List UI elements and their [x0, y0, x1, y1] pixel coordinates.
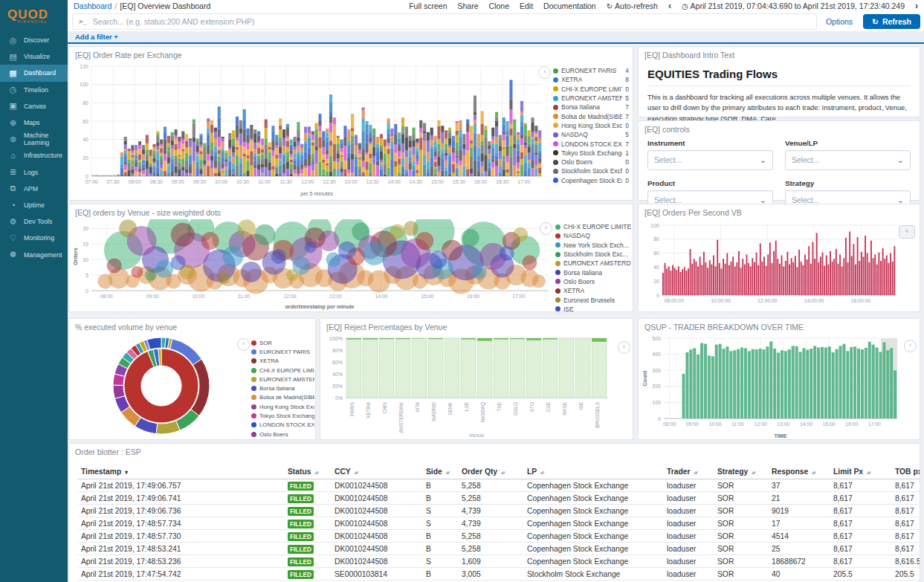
table-row[interactable]: April 21st 2019, 17:47:54.742FILLEDSE000…: [78, 568, 920, 581]
sort-icon: ▴▾: [867, 470, 870, 475]
sidebar-item-monitoring[interactable]: ♡Monitoring: [0, 230, 68, 246]
legend-item-nasdaq[interactable]: NASDAQ5: [553, 130, 630, 139]
date-back-chevron[interactable]: ‹: [668, 1, 671, 11]
legend-item-euronext-amsterd[interactable]: EURONEXT AMSTERD...: [251, 375, 314, 384]
legend-toggle-icon[interactable]: ‹: [904, 340, 917, 352]
legend-item-borsa-italiana[interactable]: Borsa Italiana7: [553, 103, 630, 111]
add-filter-link[interactable]: Add a filter +: [75, 33, 118, 41]
column-header-strategy[interactable]: Strategy ▴▾: [714, 465, 769, 479]
legend-toggle-icon[interactable]: ›: [538, 66, 551, 79]
legend-toggle-icon[interactable]: ›: [237, 338, 250, 351]
menu-item-clone[interactable]: Clone: [489, 1, 509, 10]
sidebar-item-infrastructure[interactable]: ⌂Infrastructure: [0, 147, 68, 164]
legend-item-chi-x-europe-limited[interactable]: CHI-X EUROPE LIMITED: [555, 222, 631, 231]
legend-item-oslo-boers[interactable]: Oslo Boers0: [553, 158, 630, 166]
legend-item-chi-x-europe-limited[interactable]: CHI-X EUROPE LIMITED0: [553, 85, 630, 94]
venue-lp-select[interactable]: Select...⌄: [785, 150, 911, 170]
menu-item-documentation[interactable]: Documentation: [543, 1, 596, 10]
column-header-ccy[interactable]: CCY ▴▾: [332, 465, 423, 479]
legend-item-oslo-boers[interactable]: Oslo Boers: [251, 430, 314, 439]
column-header-trader[interactable]: Trader ▴▾: [664, 465, 714, 479]
legend-item-xetra[interactable]: XETRA8: [553, 75, 630, 84]
legend-item-oslo-boers[interactable]: Oslo Boers: [555, 277, 631, 286]
table-row[interactable]: April 21st 2019, 17:49:06.741FILLEDDK001…: [78, 492, 920, 505]
column-header-side[interactable]: Side ▴▾: [423, 465, 459, 479]
legend-item-euronext-brussels[interactable]: Euronext Brussels: [555, 295, 631, 304]
table-row[interactable]: April 21st 2019, 17:49:06.736FILLEDDK001…: [78, 505, 920, 517]
legend-item-euronext-paris[interactable]: EURONEXT PARIS: [251, 347, 314, 356]
sidebar-item-apm[interactable]: ⧉APM: [0, 181, 68, 197]
legend-toggle-icon[interactable]: ‹: [618, 341, 630, 354]
options-link[interactable]: Options: [826, 17, 853, 26]
legend-dot-icon: [251, 349, 256, 355]
sidebar-item-visualize[interactable]: ▤Visualize: [0, 48, 68, 65]
sidebar-item-maps[interactable]: ⊕Maps: [0, 114, 68, 131]
menu-item-full-screen[interactable]: Full screen: [409, 1, 447, 10]
legend-item-hong-kong-stock-exc[interactable]: Hong Kong Stock Exc...: [251, 402, 314, 411]
column-header-status[interactable]: Status ▴▾: [285, 465, 332, 479]
auto-refresh-button[interactable]: ↻Auto-refresh: [607, 1, 658, 10]
svg-text:STO: STO: [529, 402, 534, 412]
sidebar-item-dashboard[interactable]: ▦Dashboard: [0, 65, 68, 81]
sidebar-item-timelion[interactable]: ◷Timelion: [0, 82, 68, 98]
refresh-button[interactable]: ↻ Refresh: [863, 14, 920, 29]
column-header-order-qty[interactable]: Order Qty ▴▾: [459, 465, 524, 479]
column-header-lp[interactable]: LP ▴▾: [524, 465, 664, 479]
legend-item-copenhagen-stock-ex[interactable]: Copenhagen Stock Ex...0: [553, 176, 630, 185]
legend-item-stockholm-stock-exc[interactable]: Stockholm Stock Exc...: [555, 250, 631, 259]
column-header-timestamp[interactable]: Timestamp ▾: [78, 465, 285, 479]
legend-item-nasdaq[interactable]: NASDAQ: [555, 231, 631, 240]
legend-item-borsa-italiana[interactable]: Borsa Italiana: [555, 268, 631, 277]
column-header-response[interactable]: Response ▴▾: [769, 465, 830, 479]
legend-dot-icon: [251, 404, 256, 410]
table-row[interactable]: April 21st 2019, 17:48:53.241FILLEDDK001…: [78, 543, 920, 555]
legend-item-hong-kong-stock-exc[interactable]: Hong Kong Stock Exc...0: [553, 121, 630, 130]
menu-item-edit[interactable]: Edit: [520, 1, 533, 10]
table-row[interactable]: April 21st 2019, 17:48:53.236FILLEDDK001…: [78, 555, 920, 568]
panel-collapse-icon[interactable]: ‹: [899, 225, 915, 239]
legend-item-new-york-stock-exch[interactable]: New York Stock Exch...: [555, 241, 631, 250]
legend-item-xetra[interactable]: XETRA: [555, 286, 631, 295]
legend-item-tokyo-stock-exchange[interactable]: Tokyo Stock Exchange1: [553, 149, 630, 158]
legend-item-tokyo-stock-exchange[interactable]: Tokyo Stock Exchange: [251, 411, 314, 420]
legend-item-chi-x-europe-limited[interactable]: CHI-X EUROPE LIMITED: [251, 366, 314, 375]
legend-item-sor[interactable]: SOR: [251, 338, 314, 347]
svg-text:14:00: 14:00: [375, 294, 387, 299]
legend-item-bolsa-de-madrid-sibe[interactable]: Bolsa de Madrid(SIBE)7: [553, 111, 630, 120]
date-forward-chevron[interactable]: ›: [915, 1, 918, 11]
legend-item-xetra[interactable]: XETRA: [251, 357, 314, 366]
instrument-select[interactable]: Select...⌄: [647, 150, 773, 170]
column-header-limit-px[interactable]: Limit Px ▴▾: [830, 465, 892, 479]
legend-item-euronext-amsterd[interactable]: EURONEXT AMSTERD...: [555, 259, 631, 268]
legend-toggle-icon[interactable]: ›: [540, 222, 552, 235]
legend-item-london-stock-exc[interactable]: LONDON STOCK EXC...: [251, 421, 314, 430]
legend-item-euronext-paris[interactable]: EURONEXT PARIS4: [553, 66, 630, 75]
legend-item-bolsa-de-madrid-sibe[interactable]: Bolsa de Madrid(SIBE): [251, 393, 314, 402]
sidebar-item-logs[interactable]: ≣Logs: [0, 164, 68, 181]
cell-lp: Stockholm Stock Exchange: [524, 568, 664, 581]
table-row[interactable]: April 21st 2019, 17:48:57.734FILLEDDK001…: [78, 517, 920, 530]
legend-item-ise[interactable]: ISE: [555, 305, 631, 314]
sidebar-item-discover[interactable]: ◎Discover: [0, 32, 68, 48]
search-input[interactable]: >_ Search... (e.g. status:200 AND extens…: [72, 13, 817, 30]
sidebar-item-dev-tools[interactable]: ⚙Dev Tools: [0, 213, 68, 230]
breadcrumb-dashboard-link[interactable]: Dashboard: [74, 1, 112, 10]
legend-item-borsa-italiana[interactable]: Borsa Italiana: [251, 384, 314, 392]
legend-item-stockholm-stock-exch[interactable]: Stockholm Stock Exch...0: [553, 166, 630, 175]
date-range-picker[interactable]: ◷April 21st 2019, 07:04:43.690 to April …: [682, 1, 905, 10]
quod-financial-logo[interactable]: QUOD FINANCIAL: [0, 0, 68, 32]
legend-label: Borsa Italiana: [259, 385, 295, 392]
sidebar-item-canvas[interactable]: ▣Canvas: [0, 98, 68, 114]
menu-item-share[interactable]: Share: [458, 1, 479, 10]
svg-text:07:00: 07:00: [85, 179, 97, 184]
status-badge: FILLED: [288, 507, 314, 516]
legend-item-euronext-amsterd[interactable]: EURONEXT AMSTERD...5: [553, 94, 630, 103]
sidebar-item-machine-learning[interactable]: ⊛Machine Learning: [0, 131, 68, 147]
column-header-tob-px[interactable]: TOB px ▴▾: [892, 465, 920, 479]
table-row[interactable]: April 21st 2019, 17:49:06.757FILLEDDK001…: [78, 479, 920, 492]
sidebar-item-uptime[interactable]: ◔Uptime: [0, 197, 68, 213]
panel-executed-volume: % executed volume by venue › SOREURONEXT…: [68, 318, 316, 440]
sidebar-item-management[interactable]: ☸Management: [0, 246, 68, 262]
legend-item-london-stock-exc[interactable]: LONDON STOCK EXC...7: [553, 139, 630, 148]
table-row[interactable]: April 21st 2019, 17:48:57.730FILLEDDK001…: [78, 530, 920, 543]
